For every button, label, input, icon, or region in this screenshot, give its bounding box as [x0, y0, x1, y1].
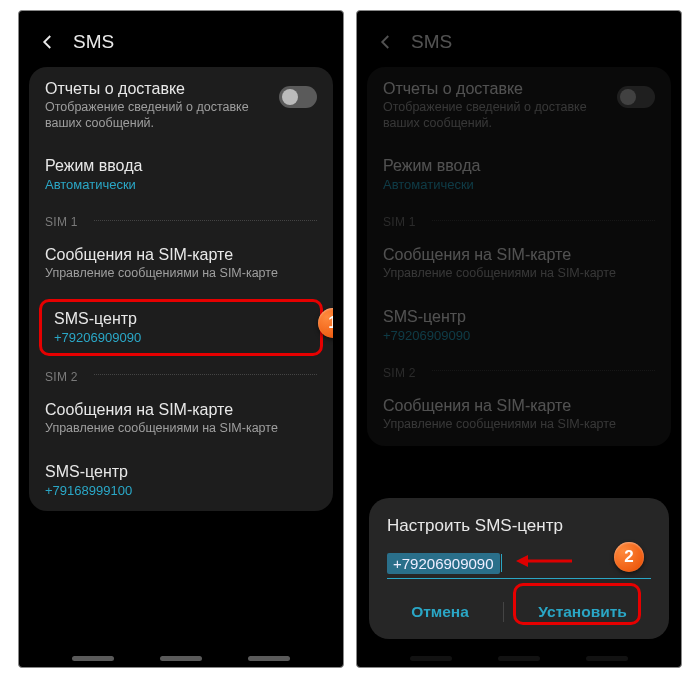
sim2-messages-title: Сообщения на SIM-карте [383, 397, 655, 415]
sim2-messages-desc: Управление сообщениями на SIM-карте [45, 421, 317, 437]
page-title: SMS [411, 31, 452, 53]
sim1-messages-title: Сообщения на SIM-карте [383, 246, 655, 264]
arrow-left-icon [516, 552, 574, 574]
sim1-messages-row[interactable]: Сообщения на SIM-карте Управление сообще… [29, 233, 333, 295]
delivery-toggle[interactable] [279, 86, 317, 108]
page-title: SMS [73, 31, 114, 53]
delivery-toggle [617, 86, 655, 108]
svg-marker-1 [516, 555, 528, 567]
nav-recent-icon [410, 656, 452, 661]
sms-center-2-title: SMS-центр [45, 463, 317, 481]
sim2-label: SIM 2 [367, 356, 432, 384]
nav-home-icon [498, 656, 540, 661]
input-mode-value: Автоматически [45, 177, 317, 192]
delivery-desc: Отображение сведений о доставке ваших со… [45, 100, 279, 131]
input-mode-title: Режим ввода [45, 157, 317, 175]
nav-recent-icon[interactable] [72, 656, 114, 661]
delivery-desc: Отображение сведений о доставке ваших со… [383, 100, 617, 131]
sim1-label: SIM 1 [367, 205, 432, 233]
sms-center-1-value: +79206909090 [383, 328, 655, 343]
sms-center-1-title: SMS-центр [383, 308, 655, 326]
sim1-messages-title: Сообщения на SIM-карте [45, 246, 317, 264]
sms-center-1-value: +79206909090 [54, 330, 308, 345]
cancel-button[interactable]: Отмена [397, 595, 483, 629]
back-icon[interactable] [37, 31, 59, 53]
step-badge-2: 2 [614, 542, 644, 572]
nav-back-icon[interactable] [248, 656, 290, 661]
input-mode-title: Режим ввода [383, 157, 655, 175]
delivery-reports-row: Отчеты о доставке Отображение сведений о… [367, 67, 671, 144]
sms-center-1-row: SMS-центр +79206909090 [367, 295, 671, 356]
sms-center-1-title: SMS-центр [54, 310, 308, 328]
sms-center-2-row[interactable]: SMS-центр +79168999100 [29, 450, 333, 511]
android-navbar [357, 656, 681, 661]
sim2-label: SIM 2 [29, 360, 94, 388]
sim2-messages-row: Сообщения на SIM-карте Управление сообще… [367, 384, 671, 446]
nav-home-icon[interactable] [160, 656, 202, 661]
divider [503, 602, 504, 622]
input-mode-row[interactable]: Режим ввода Автоматически [29, 144, 333, 205]
sms-center-dialog: Настроить SMS-центр +79206909090 Отмена … [369, 498, 669, 639]
step-badge-1: 1 [318, 308, 333, 338]
delivery-title: Отчеты о доставке [383, 80, 617, 98]
input-mode-row: Режим ввода Автоматически [367, 144, 671, 205]
highlight-box: 2 [513, 583, 641, 625]
delivery-title: Отчеты о доставке [45, 80, 279, 98]
sim2-messages-title: Сообщения на SIM-карте [45, 401, 317, 419]
input-mode-value: Автоматически [383, 177, 655, 192]
sim1-messages-row: Сообщения на SIM-карте Управление сообще… [367, 233, 671, 295]
back-icon [375, 31, 397, 53]
sim2-messages-row[interactable]: Сообщения на SIM-карте Управление сообще… [29, 388, 333, 450]
sms-center-2-value: +79168999100 [45, 483, 317, 498]
sim1-messages-desc: Управление сообщениями на SIM-карте [383, 266, 655, 282]
sms-center-1-row[interactable]: SMS-центр +79206909090 1 [39, 299, 323, 356]
sms-center-input[interactable]: +79206909090 [387, 553, 500, 574]
nav-back-icon [586, 656, 628, 661]
sim1-label: SIM 1 [29, 205, 94, 233]
android-navbar [19, 656, 343, 661]
text-cursor [501, 554, 502, 572]
delivery-reports-row[interactable]: Отчеты о доставке Отображение сведений о… [29, 67, 333, 144]
dialog-title: Настроить SMS-центр [387, 516, 651, 536]
sim2-messages-desc: Управление сообщениями на SIM-карте [383, 417, 655, 433]
sim1-messages-desc: Управление сообщениями на SIM-карте [45, 266, 317, 282]
